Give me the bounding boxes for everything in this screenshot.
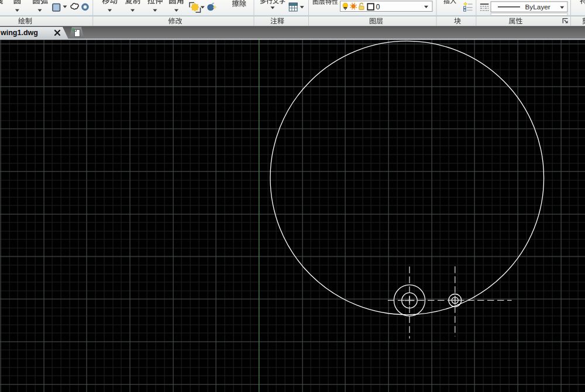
svg-text:ByLayer: ByLayer (525, 3, 550, 11)
svg-text:0: 0 (376, 3, 380, 11)
